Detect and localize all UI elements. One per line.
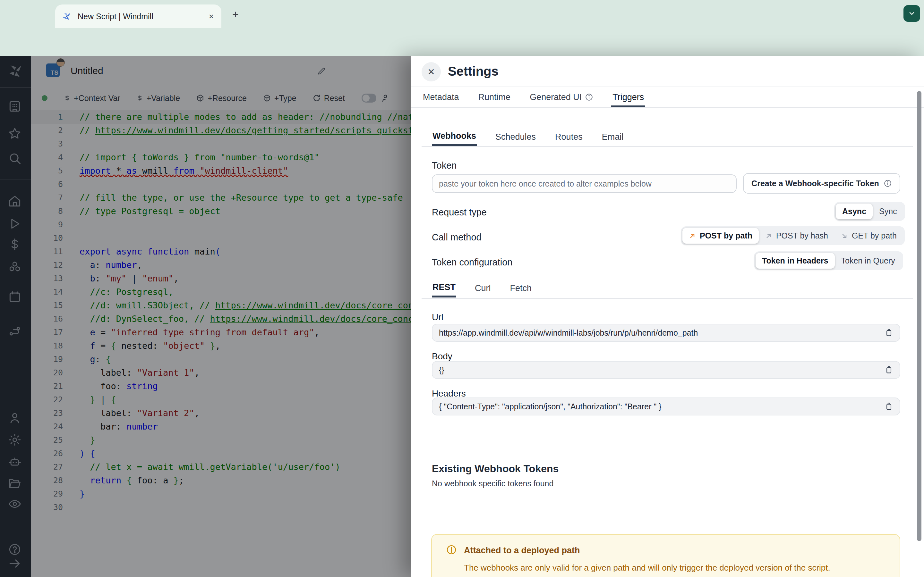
tab-label: Webhooks [433, 131, 476, 141]
arrow-down-right-icon [841, 232, 848, 239]
body-value: {} [439, 366, 884, 375]
headers-value: { "Content-Type": "application/json", "A… [439, 402, 884, 411]
call-method-get-by-path[interactable]: GET by path [835, 228, 903, 243]
windmill-favicon-icon [61, 11, 72, 21]
tab-label: Fetch [510, 284, 532, 293]
tab-triggers[interactable]: Triggers [611, 87, 645, 107]
tab-label: Generated UI [530, 92, 582, 102]
drawer-scrollbar[interactable] [917, 91, 921, 541]
option-label: Async [842, 207, 866, 216]
app-content: TS Untitled +Context Var+Variable+Resour… [0, 56, 924, 577]
tab-close-icon[interactable]: × [208, 11, 215, 22]
request-type-label: Request type [432, 207, 487, 218]
tab-label: Curl [475, 284, 491, 293]
token-config-token-in-query[interactable]: Token in Query [835, 253, 901, 269]
call-method-label: Call method [432, 232, 481, 243]
chevron-down-icon [908, 10, 916, 17]
info-icon [884, 179, 892, 187]
tab-title: New Script | Windmill [78, 12, 208, 21]
option-label: POST by hash [776, 231, 828, 240]
new-tab-button[interactable]: + [228, 7, 242, 21]
tab-label: Routes [555, 132, 583, 142]
warning-title: Attached to a deployed path [464, 546, 580, 556]
tab-metadata[interactable]: Metadata [422, 87, 460, 107]
browser-toolbar: app.windmill.dev/scripts/add#JTdCJTIyaGF… [0, 28, 924, 56]
request-type-async[interactable]: Async [836, 203, 873, 219]
copy-icon[interactable] [884, 402, 893, 411]
token-config-token-in-headers[interactable]: Token in Headers [756, 253, 835, 269]
copy-icon[interactable] [884, 328, 893, 337]
settings-title: Settings [448, 64, 499, 79]
trigger-tab-webhooks[interactable]: Webhooks [432, 127, 477, 146]
trigger-tab-email[interactable]: Email [601, 127, 624, 146]
tab-label: Email [602, 132, 624, 142]
divider [422, 146, 913, 147]
body-field[interactable]: {} [432, 361, 900, 379]
call-method-post-by-path[interactable]: POST by path [682, 228, 759, 243]
example-tabs: RESTCurlFetch [432, 279, 532, 298]
arrow-up-right-icon [765, 232, 772, 239]
existing-tokens-empty: No webhook specific tokens found [432, 479, 553, 488]
existing-tokens-title: Existing Webhook Tokens [432, 463, 559, 475]
option-label: Token in Headers [762, 256, 829, 266]
token-config-label: Token configuration [432, 257, 513, 268]
option-label: Token in Query [841, 256, 895, 266]
url-field[interactable]: https://app.windmill.dev/api/w/windmill-… [432, 324, 900, 342]
tab-label: Schedules [495, 132, 536, 142]
browser-window: New Script | Windmill × + app.windmill.d… [0, 0, 924, 577]
settings-tabs: MetadataRuntimeGenerated UITriggers [422, 87, 645, 107]
url-label: Url [432, 312, 443, 322]
headers-field[interactable]: { "Content-Type": "application/json", "A… [432, 398, 900, 416]
arrow-up-right-icon [689, 232, 696, 239]
trigger-tabs: WebhooksSchedulesRoutesEmail [432, 127, 624, 146]
browser-tab[interactable]: New Script | Windmill × [55, 5, 221, 28]
tab-search-chevron-button[interactable] [903, 5, 920, 22]
copy-icon[interactable] [884, 366, 893, 374]
example-tab-fetch[interactable]: Fetch [509, 279, 533, 298]
option-label: GET by path [852, 231, 897, 240]
drawer-dim-overlay[interactable] [0, 56, 411, 577]
option-label: POST by path [700, 231, 752, 240]
tab-label: Runtime [478, 92, 511, 102]
option-label: Sync [879, 207, 897, 216]
trigger-tab-schedules[interactable]: Schedules [495, 127, 536, 146]
token-input[interactable]: paste your token here once created to al… [432, 174, 737, 193]
example-tab-rest[interactable]: REST [432, 279, 456, 298]
tab-runtime[interactable]: Runtime [477, 87, 512, 107]
divider [422, 298, 913, 299]
settings-drawer: ✕ Settings MetadataRuntimeGenerated UITr… [411, 56, 924, 577]
deployed-path-warning: Attached to a deployed path The webhooks… [431, 534, 900, 577]
example-tab-curl[interactable]: Curl [474, 279, 491, 298]
tab-label: Triggers [612, 92, 644, 102]
body-label: Body [432, 351, 452, 362]
create-webhook-token-button[interactable]: Create a Webhook-specific Token [743, 173, 900, 193]
close-icon[interactable]: ✕ [422, 62, 441, 81]
tab-generated-ui[interactable]: Generated UI [528, 87, 594, 107]
tab-label: REST [433, 282, 456, 292]
tab-label: Metadata [423, 92, 459, 102]
request-type-sync[interactable]: Sync [873, 203, 903, 219]
alert-circle-icon [446, 544, 457, 555]
token-placeholder: paste your token here once created to al… [439, 179, 652, 189]
info-icon [585, 93, 593, 101]
trigger-tab-routes[interactable]: Routes [554, 127, 583, 146]
call-method-post-by-hash[interactable]: POST by hash [759, 228, 835, 243]
warning-body: The webhooks are only valid for a given … [464, 563, 887, 573]
browser-tabstrip: New Script | Windmill × + [0, 0, 924, 28]
url-value: https://app.windmill.dev/api/w/windmill-… [439, 328, 884, 338]
token-config-group: Token in HeadersToken in Query [754, 251, 903, 270]
divider [411, 107, 924, 108]
token-label: Token [432, 160, 457, 171]
call-method-group: POST by pathPOST by hashGET by path [681, 226, 905, 245]
request-type-group: AsyncSync [834, 202, 905, 221]
